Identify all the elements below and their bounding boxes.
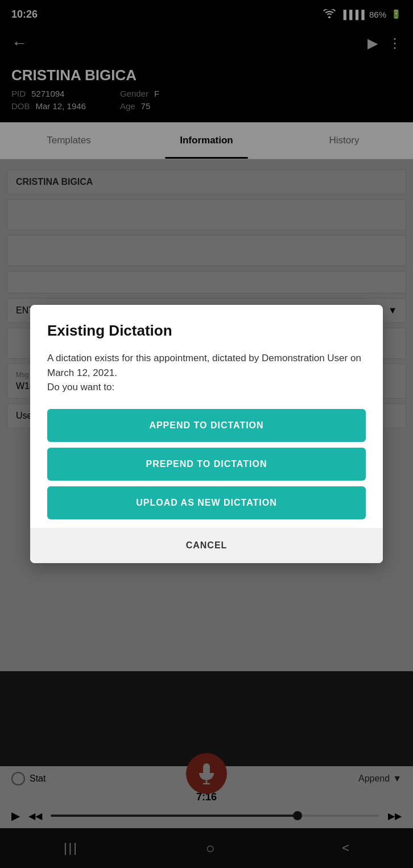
existing-dictation-modal: Existing Dictation A dictation exists fo… — [30, 305, 383, 563]
modal-body: A dictation exists for this appointment,… — [47, 351, 366, 395]
cancel-button[interactable]: CANCEL — [30, 528, 383, 563]
modal-buttons: APPEND TO DICTATION PREPEND TO DICTATION… — [47, 409, 366, 563]
modal-body-text: A dictation exists for this appointment,… — [47, 353, 361, 392]
upload-as-new-dictation-button[interactable]: UPLOAD AS NEW DICTATION — [47, 486, 366, 519]
append-to-dictation-button[interactable]: APPEND TO DICTATION — [47, 409, 366, 442]
prepend-to-dictation-button[interactable]: PREPEND TO DICTATION — [47, 448, 366, 481]
modal-overlay: Existing Dictation A dictation exists fo… — [0, 0, 413, 868]
modal-title: Existing Dictation — [47, 322, 366, 340]
